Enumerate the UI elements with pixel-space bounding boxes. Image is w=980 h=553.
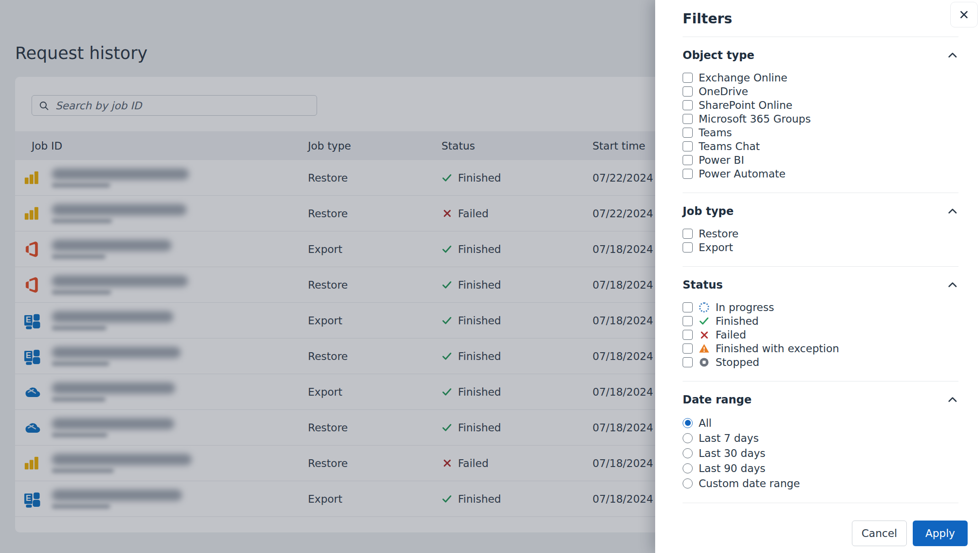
stopped-status-icon <box>699 357 710 368</box>
checkbox[interactable] <box>683 316 693 326</box>
radio-button[interactable] <box>683 478 693 489</box>
filter-option-teams[interactable]: Teams <box>683 126 958 140</box>
checkbox[interactable] <box>683 302 693 312</box>
checkbox[interactable] <box>683 330 693 340</box>
filter-option-custom-date-range[interactable]: Custom date range <box>683 476 958 491</box>
option-label: Failed <box>716 329 746 341</box>
section-title: Object type <box>683 49 754 62</box>
checkbox[interactable] <box>683 141 693 151</box>
section-title: Status <box>683 279 723 291</box>
checkbox[interactable] <box>683 155 693 165</box>
apply-button[interactable]: Apply <box>913 521 968 546</box>
chevron-up-icon[interactable] <box>947 49 958 61</box>
option-label: Finished with exception <box>716 343 839 354</box>
option-label: OneDrive <box>699 86 748 97</box>
cancel-button[interactable]: Cancel <box>852 521 907 546</box>
filter-section-object-type: Object typeExchange OnlineOneDriveShareP… <box>683 37 958 193</box>
checkbox[interactable] <box>683 128 693 138</box>
check-status-icon <box>699 316 710 327</box>
filter-option-export[interactable]: Export <box>683 241 958 254</box>
warning-status-icon <box>699 343 710 354</box>
radio-button[interactable] <box>683 463 693 473</box>
filter-option-teams-chat[interactable]: Teams Chat <box>683 140 958 153</box>
filter-option-exchange-online[interactable]: Exchange Online <box>683 71 958 85</box>
option-label: Teams Chat <box>699 140 760 152</box>
filter-option-power-bi[interactable]: Power BI <box>683 153 958 167</box>
filter-option-restore[interactable]: Restore <box>683 227 958 241</box>
checkbox[interactable] <box>683 229 693 239</box>
option-label: Power Automate <box>699 168 786 180</box>
filters-panel-header: Filters <box>683 0 958 37</box>
filters-panel-footer: Cancel Apply <box>683 521 968 546</box>
filter-option-sharepoint-online[interactable]: SharePoint Online <box>683 98 958 112</box>
option-label: In progress <box>716 301 774 313</box>
chevron-up-icon[interactable] <box>947 394 958 406</box>
option-label: Finished <box>716 315 759 327</box>
option-label: Stopped <box>716 356 759 368</box>
chevron-up-icon[interactable] <box>947 205 958 217</box>
section-title: Job type <box>683 205 734 218</box>
filter-option-failed[interactable]: Failed <box>683 328 958 342</box>
filters-panel: Filters Object typeExchange OnlineOneDri… <box>655 0 980 553</box>
filters-title: Filters <box>683 11 732 27</box>
filter-option-stopped[interactable]: Stopped <box>683 355 958 369</box>
filter-option-onedrive[interactable]: OneDrive <box>683 85 958 98</box>
checkbox[interactable] <box>683 242 693 252</box>
filter-option-last-90-days[interactable]: Last 90 days <box>683 461 958 476</box>
checkbox[interactable] <box>683 357 693 367</box>
spinner-status-icon <box>699 302 710 313</box>
option-label: Export <box>699 242 733 253</box>
filter-section-job-type: Job typeRestoreExport <box>683 193 958 267</box>
xmark-status-icon <box>699 329 710 340</box>
option-label: Last 30 days <box>699 447 765 459</box>
radio-button[interactable] <box>683 448 693 458</box>
option-label: Custom date range <box>699 478 800 489</box>
radio-button[interactable] <box>683 418 693 428</box>
filter-option-microsoft-365-groups[interactable]: Microsoft 365 Groups <box>683 112 958 126</box>
radio-button[interactable] <box>683 433 693 443</box>
filter-section-status: StatusIn progressFinishedFailedFinished … <box>683 267 958 381</box>
filter-option-last-7-days[interactable]: Last 7 days <box>683 430 958 446</box>
filter-option-in-progress[interactable]: In progress <box>683 301 958 314</box>
option-label: SharePoint Online <box>699 99 792 111</box>
filter-option-last-30-days[interactable]: Last 30 days <box>683 446 958 461</box>
option-label: All <box>699 417 712 429</box>
option-label: Last 90 days <box>699 462 765 474</box>
close-icon <box>958 9 970 21</box>
chevron-up-icon[interactable] <box>947 279 958 291</box>
option-label: Teams <box>699 127 732 139</box>
filter-option-all[interactable]: All <box>683 415 958 430</box>
checkbox[interactable] <box>683 169 693 179</box>
checkbox[interactable] <box>683 100 693 110</box>
filter-option-finished[interactable]: Finished <box>683 314 958 328</box>
checkbox[interactable] <box>683 86 693 97</box>
checkbox[interactable] <box>683 73 693 83</box>
filter-section-date-range: Date rangeAllLast 7 daysLast 30 daysLast… <box>683 381 958 503</box>
option-label: Restore <box>699 228 738 240</box>
checkbox[interactable] <box>683 344 693 354</box>
option-label: Microsoft 365 Groups <box>699 113 811 125</box>
filter-option-power-automate[interactable]: Power Automate <box>683 167 958 181</box>
option-label: Exchange Online <box>699 72 787 84</box>
option-label: Last 7 days <box>699 432 759 444</box>
section-title: Date range <box>683 393 752 406</box>
close-button[interactable] <box>950 2 978 27</box>
filter-option-finished-with-exception[interactable]: Finished with exception <box>683 342 958 355</box>
checkbox[interactable] <box>683 114 693 124</box>
option-label: Power BI <box>699 154 744 166</box>
